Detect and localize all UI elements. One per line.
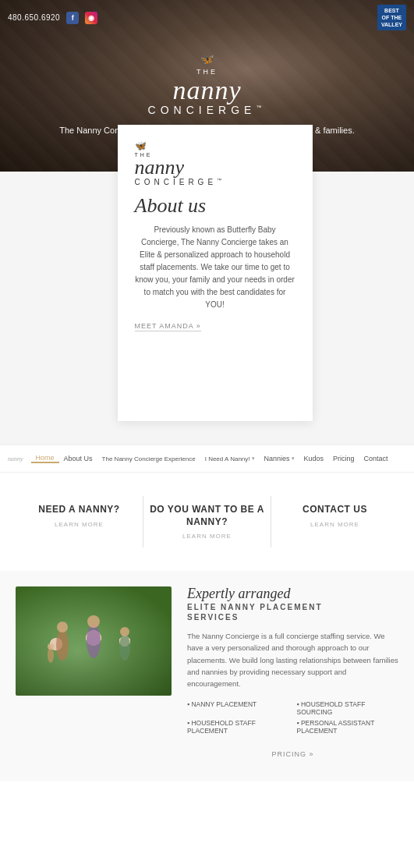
services-section: Expertly arranged ELITE NANNY PLACEMENTS… (0, 571, 414, 781)
bullet-nanny-placement: NANNY PLACEMENT (187, 700, 289, 716)
services-subtitle: ELITE NANNY PLACEMENTSERVICES (187, 602, 398, 622)
about-heading: About us (135, 194, 295, 218)
logo-concierge: CONCIERGE™ (148, 104, 267, 116)
nav-item-kudos[interactable]: Kudos (299, 455, 329, 462)
svg-point-4 (119, 634, 130, 661)
col-need-nanny-title: NEED A NANNY? (22, 504, 136, 516)
phone-number[interactable]: 480.650.6920 (8, 13, 60, 22)
nav-item-contact[interactable]: Contact (359, 455, 393, 462)
nav-item-pricing[interactable]: Pricing (328, 455, 359, 462)
card-logo-nanny: nanny (135, 158, 185, 178)
nav-item-nannies[interactable]: Nannies ▾ (260, 455, 299, 462)
col-need-nanny-learn[interactable]: LEARN MORE (22, 521, 136, 528)
services-body-text: The Nanny Concierge is a full concierge … (187, 630, 398, 689)
dropdown-arrow: ▾ (252, 455, 255, 462)
col-be-nanny: DO YOU WANT TO BE A NANNY? LEARN MORE (143, 496, 271, 547)
butterfly-icon: 🦋 (200, 53, 214, 66)
about-section: 🦋 THE nanny CONCIERGE™ About us Previous… (0, 172, 414, 445)
card-logo-concierge: CONCIERGE™ (135, 178, 226, 186)
pricing-link[interactable]: PRICING » (187, 750, 398, 758)
nav-item-need-nanny[interactable]: I Need A Nanny! ▾ (200, 455, 260, 462)
svg-point-1 (57, 622, 68, 632)
hero-logo: 🦋 THE nanny CONCIERGE™ (148, 53, 267, 116)
col-be-nanny-title: DO YOU WANT TO BE A NANNY? (150, 504, 264, 528)
navbar: nanny Home About Us The Nanny Concierge … (0, 445, 414, 473)
instagram-icon[interactable]: ◉ (85, 12, 97, 24)
svg-point-2 (87, 624, 101, 658)
services-bullets: NANNY PLACEMENT HOUSEHOLD STAFF SOURCING… (187, 700, 398, 735)
svg-point-3 (87, 615, 100, 628)
card-butterfly-icon: 🦋 (135, 140, 147, 152)
col-need-nanny: NEED A NANNY? LEARN MORE (16, 496, 143, 547)
meet-amanda-link[interactable]: MEET AMANDA » (135, 322, 201, 331)
about-body-text: Previously known as Butterfly Baby Conci… (135, 224, 295, 311)
services-content: Expertly arranged ELITE NANNY PLACEMENTS… (187, 586, 398, 758)
services-photo (16, 586, 172, 696)
card-logo: 🦋 THE nanny CONCIERGE™ (135, 140, 295, 186)
best-of-valley-badge: BEST OF THE VALLEY (377, 5, 406, 30)
dropdown-arrow-nannies: ▾ (292, 455, 295, 462)
nav-logo-small: nanny (8, 455, 23, 462)
three-col-section: NEED A NANNY? LEARN MORE DO YOU WANT TO … (0, 473, 414, 571)
nav-item-experience[interactable]: The Nanny Concierge Experience (97, 455, 200, 462)
family-illustration (16, 586, 172, 696)
col-contact-learn[interactable]: LEARN MORE (278, 521, 392, 528)
svg-point-7 (48, 643, 54, 650)
nav-item-about[interactable]: About Us (59, 455, 97, 462)
svg-point-5 (120, 627, 129, 636)
bullet-household-placement: HOUSEHOLD STAFF PLACEMENT (187, 719, 289, 735)
logo-nanny: nanny (148, 77, 267, 104)
col-be-nanny-learn[interactable]: LEARN MORE (150, 533, 264, 540)
logo-the: THE (148, 68, 267, 76)
services-script-heading: Expertly arranged (187, 586, 398, 601)
svg-point-0 (56, 629, 69, 661)
bullet-household-sourcing: HOUSEHOLD STAFF SOURCING (297, 700, 399, 716)
facebook-icon[interactable]: f (66, 12, 79, 24)
hero-top-bar: 480.650.6920 f ◉ BEST OF THE VALLEY (0, 0, 414, 35)
col-contact-title: CONTACT US (278, 504, 392, 516)
col-contact: CONTACT US LEARN MORE (271, 496, 398, 547)
about-card: 🦋 THE nanny CONCIERGE™ About us Previous… (118, 125, 313, 421)
bullet-personal-assistant: PERSONAL ASSISTANT PLACEMENT (297, 719, 399, 735)
nav-item-home[interactable]: Home (31, 454, 59, 463)
